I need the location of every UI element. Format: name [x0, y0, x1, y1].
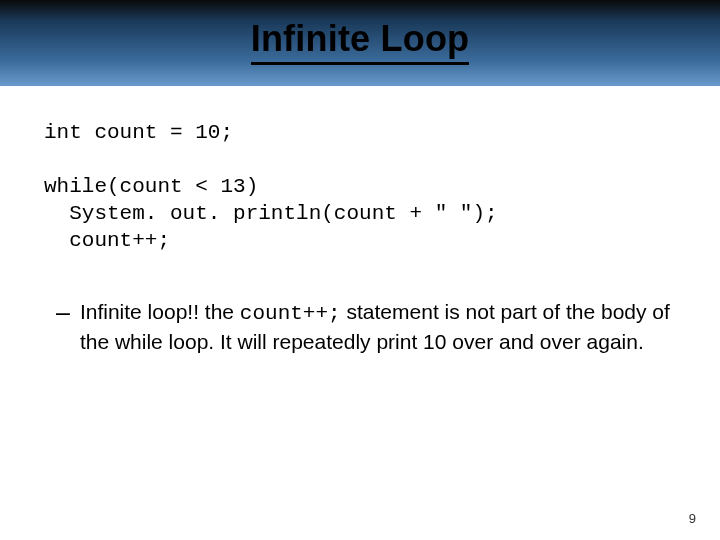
slide-title: Infinite Loop: [251, 18, 470, 65]
slide-body: int count = 10; while(count < 13) System…: [0, 86, 720, 355]
bullet-item: – Infinite loop!! the count++; statement…: [44, 298, 676, 355]
title-bar: Infinite Loop: [0, 0, 720, 86]
code-block: int count = 10; while(count < 13) System…: [44, 120, 676, 254]
code-line: while(count < 13): [44, 175, 258, 198]
slide: Infinite Loop int count = 10; while(coun…: [0, 0, 720, 540]
inline-code: count++;: [240, 302, 341, 325]
code-line: int count = 10;: [44, 121, 233, 144]
page-number: 9: [689, 511, 696, 526]
bullet-text: Infinite loop!! the count++; statement i…: [80, 298, 676, 355]
bullet-dash-icon: –: [56, 299, 70, 327]
code-line: System. out. println(count + " ");: [44, 202, 498, 225]
bullet-seg: Infinite loop!! the: [80, 300, 240, 323]
code-line: count++;: [44, 229, 170, 252]
